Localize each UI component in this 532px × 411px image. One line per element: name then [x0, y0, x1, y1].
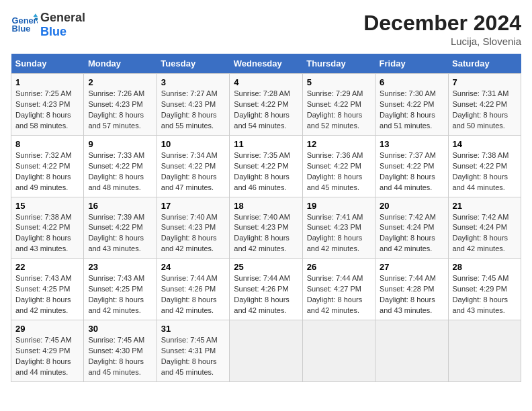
day-number: 7 — [453, 77, 517, 87]
day-number: 22 — [15, 262, 79, 272]
logo-text: GeneralBlue — [40, 11, 85, 39]
day-info: Sunrise: 7:38 AM Sunset: 4:22 PM Dayligh… — [15, 212, 79, 255]
day-number: 4 — [234, 77, 298, 87]
calendar-cell: 21Sunrise: 7:42 AM Sunset: 4:24 PM Dayli… — [448, 197, 521, 259]
calendar-cell: 13Sunrise: 7:37 AM Sunset: 4:22 PM Dayli… — [375, 135, 448, 197]
calendar-cell: 8Sunrise: 7:32 AM Sunset: 4:22 PM Daylig… — [11, 135, 84, 197]
day-info: Sunrise: 7:38 AM Sunset: 4:22 PM Dayligh… — [453, 150, 517, 193]
calendar-body: 1Sunrise: 7:25 AM Sunset: 4:23 PM Daylig… — [11, 74, 521, 382]
day-info: Sunrise: 7:35 AM Sunset: 4:22 PM Dayligh… — [234, 150, 298, 193]
day-info: Sunrise: 7:25 AM Sunset: 4:23 PM Dayligh… — [15, 89, 79, 132]
day-info: Sunrise: 7:40 AM Sunset: 4:23 PM Dayligh… — [161, 212, 225, 255]
logo-icon: General Blue — [11, 11, 38, 38]
day-info: Sunrise: 7:41 AM Sunset: 4:23 PM Dayligh… — [307, 212, 371, 255]
day-number: 19 — [307, 201, 371, 211]
day-info: Sunrise: 7:28 AM Sunset: 4:22 PM Dayligh… — [234, 89, 298, 132]
day-info: Sunrise: 7:44 AM Sunset: 4:26 PM Dayligh… — [234, 273, 298, 316]
day-number: 14 — [453, 139, 517, 149]
calendar-cell — [230, 320, 302, 382]
day-info: Sunrise: 7:45 AM Sunset: 4:29 PM Dayligh… — [15, 335, 79, 378]
calendar-cell: 1Sunrise: 7:25 AM Sunset: 4:23 PM Daylig… — [11, 74, 84, 136]
calendar-week-1: 1Sunrise: 7:25 AM Sunset: 4:23 PM Daylig… — [11, 74, 521, 136]
title-block: December 2024 Lucija, Slovenia — [363, 11, 521, 47]
calendar-cell: 3Sunrise: 7:27 AM Sunset: 4:23 PM Daylig… — [157, 74, 229, 136]
day-number: 29 — [15, 324, 79, 334]
day-number: 8 — [15, 139, 79, 149]
day-info: Sunrise: 7:43 AM Sunset: 4:25 PM Dayligh… — [88, 273, 152, 316]
calendar-cell — [375, 320, 448, 382]
location: Lucija, Slovenia — [363, 36, 521, 47]
weekday-header-sunday: Sunday — [11, 54, 84, 74]
day-number: 26 — [307, 262, 371, 272]
calendar-cell: 5Sunrise: 7:29 AM Sunset: 4:22 PM Daylig… — [302, 74, 375, 136]
day-number: 18 — [234, 201, 298, 211]
day-number: 12 — [307, 139, 371, 149]
day-number: 1 — [15, 77, 79, 87]
day-number: 5 — [307, 77, 371, 87]
logo: General Blue GeneralBlue — [11, 11, 85, 39]
day-info: Sunrise: 7:31 AM Sunset: 4:22 PM Dayligh… — [453, 89, 517, 132]
day-info: Sunrise: 7:42 AM Sunset: 4:24 PM Dayligh… — [380, 212, 443, 255]
calendar-cell — [302, 320, 375, 382]
calendar-cell: 17Sunrise: 7:40 AM Sunset: 4:23 PM Dayli… — [157, 197, 229, 259]
day-info: Sunrise: 7:40 AM Sunset: 4:23 PM Dayligh… — [234, 212, 298, 255]
day-number: 6 — [380, 77, 443, 87]
day-info: Sunrise: 7:45 AM Sunset: 4:31 PM Dayligh… — [161, 335, 225, 378]
day-info: Sunrise: 7:44 AM Sunset: 4:26 PM Dayligh… — [161, 273, 225, 316]
calendar-cell: 31Sunrise: 7:45 AM Sunset: 4:31 PM Dayli… — [157, 320, 229, 382]
day-number: 28 — [453, 262, 517, 272]
day-number: 13 — [380, 139, 443, 149]
calendar-cell: 10Sunrise: 7:34 AM Sunset: 4:22 PM Dayli… — [157, 135, 229, 197]
day-number: 20 — [380, 201, 443, 211]
calendar-cell: 7Sunrise: 7:31 AM Sunset: 4:22 PM Daylig… — [448, 74, 521, 136]
calendar-cell: 20Sunrise: 7:42 AM Sunset: 4:24 PM Dayli… — [375, 197, 448, 259]
calendar-cell — [448, 320, 521, 382]
calendar-table: SundayMondayTuesdayWednesdayThursdayFrid… — [11, 54, 521, 382]
weekday-header-monday: Monday — [84, 54, 157, 74]
day-number: 25 — [234, 262, 298, 272]
day-number: 31 — [161, 324, 225, 334]
day-info: Sunrise: 7:27 AM Sunset: 4:23 PM Dayligh… — [161, 89, 225, 132]
calendar-cell: 19Sunrise: 7:41 AM Sunset: 4:23 PM Dayli… — [302, 197, 375, 259]
calendar-cell: 27Sunrise: 7:44 AM Sunset: 4:28 PM Dayli… — [375, 259, 448, 320]
day-info: Sunrise: 7:26 AM Sunset: 4:23 PM Dayligh… — [88, 89, 152, 132]
calendar-cell: 4Sunrise: 7:28 AM Sunset: 4:22 PM Daylig… — [230, 74, 302, 136]
day-info: Sunrise: 7:30 AM Sunset: 4:22 PM Dayligh… — [380, 89, 443, 132]
day-info: Sunrise: 7:29 AM Sunset: 4:22 PM Dayligh… — [307, 89, 371, 132]
calendar-cell: 9Sunrise: 7:33 AM Sunset: 4:22 PM Daylig… — [84, 135, 157, 197]
calendar-cell: 26Sunrise: 7:44 AM Sunset: 4:27 PM Dayli… — [302, 259, 375, 320]
day-info: Sunrise: 7:45 AM Sunset: 4:30 PM Dayligh… — [88, 335, 152, 378]
day-info: Sunrise: 7:36 AM Sunset: 4:22 PM Dayligh… — [307, 150, 371, 193]
calendar-cell: 22Sunrise: 7:43 AM Sunset: 4:25 PM Dayli… — [11, 259, 84, 320]
day-number: 24 — [161, 262, 225, 272]
day-number: 3 — [161, 77, 225, 87]
calendar-cell: 12Sunrise: 7:36 AM Sunset: 4:22 PM Dayli… — [302, 135, 375, 197]
weekday-header-tuesday: Tuesday — [157, 54, 229, 74]
weekday-header-wednesday: Wednesday — [230, 54, 302, 74]
calendar-week-4: 22Sunrise: 7:43 AM Sunset: 4:25 PM Dayli… — [11, 259, 521, 320]
day-number: 16 — [88, 201, 152, 211]
weekday-header-row: SundayMondayTuesdayWednesdayThursdayFrid… — [11, 54, 521, 74]
calendar-cell: 6Sunrise: 7:30 AM Sunset: 4:22 PM Daylig… — [375, 74, 448, 136]
day-number: 17 — [161, 201, 225, 211]
day-info: Sunrise: 7:34 AM Sunset: 4:22 PM Dayligh… — [161, 150, 225, 193]
day-number: 2 — [88, 77, 152, 87]
weekday-header-saturday: Saturday — [448, 54, 521, 74]
calendar-cell: 11Sunrise: 7:35 AM Sunset: 4:22 PM Dayli… — [230, 135, 302, 197]
weekday-header-thursday: Thursday — [302, 54, 375, 74]
weekday-header-friday: Friday — [375, 54, 448, 74]
day-info: Sunrise: 7:37 AM Sunset: 4:22 PM Dayligh… — [380, 150, 443, 193]
day-info: Sunrise: 7:42 AM Sunset: 4:24 PM Dayligh… — [453, 212, 517, 255]
day-info: Sunrise: 7:45 AM Sunset: 4:29 PM Dayligh… — [453, 273, 517, 316]
day-number: 27 — [380, 262, 443, 272]
calendar-cell: 23Sunrise: 7:43 AM Sunset: 4:25 PM Dayli… — [84, 259, 157, 320]
calendar-cell: 24Sunrise: 7:44 AM Sunset: 4:26 PM Dayli… — [157, 259, 229, 320]
svg-text:Blue: Blue — [12, 24, 31, 34]
calendar-week-3: 15Sunrise: 7:38 AM Sunset: 4:22 PM Dayli… — [11, 197, 521, 259]
calendar-cell: 2Sunrise: 7:26 AM Sunset: 4:23 PM Daylig… — [84, 74, 157, 136]
calendar-cell: 18Sunrise: 7:40 AM Sunset: 4:23 PM Dayli… — [230, 197, 302, 259]
day-info: Sunrise: 7:44 AM Sunset: 4:28 PM Dayligh… — [380, 273, 443, 316]
day-number: 10 — [161, 139, 225, 149]
day-info: Sunrise: 7:32 AM Sunset: 4:22 PM Dayligh… — [15, 150, 79, 193]
day-info: Sunrise: 7:33 AM Sunset: 4:22 PM Dayligh… — [88, 150, 152, 193]
